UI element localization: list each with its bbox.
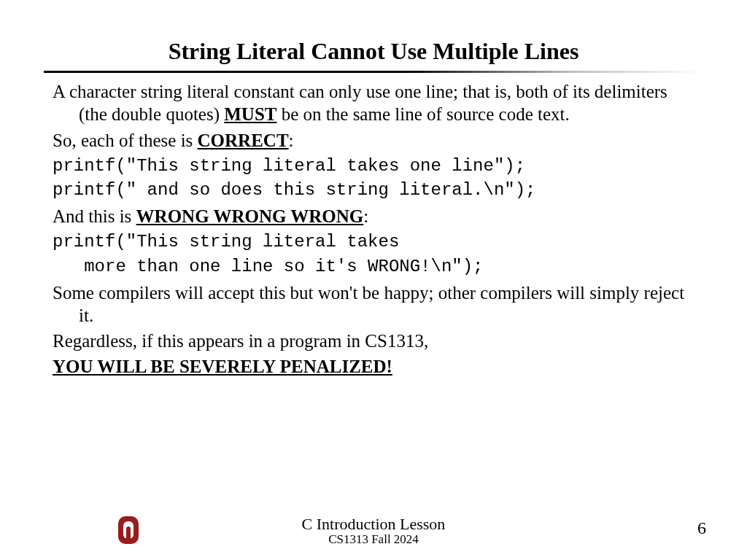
p1-text-b: be on the same line of source code text. bbox=[277, 104, 570, 124]
code-line-4: more than one line so it's WRONG!\n"); bbox=[53, 255, 694, 279]
paragraph-3: And this is WRONG WRONG WRONG: bbox=[53, 205, 694, 228]
footer-course: CS1313 Fall 2024 bbox=[0, 532, 747, 547]
paragraph-2: So, each of these is CORRECT: bbox=[53, 129, 694, 152]
paragraph-1: A character string literal constant can … bbox=[53, 80, 694, 126]
p2-text-a: So, each of these is bbox=[53, 131, 198, 150]
paragraph-6-warning: YOU WILL BE SEVERELY PENALIZED! bbox=[53, 355, 694, 378]
paragraph-5: Regardless, if this appears in a program… bbox=[53, 330, 694, 352]
code-line-1: printf("This string literal takes one li… bbox=[53, 155, 694, 178]
p1-emphasis: MUST bbox=[224, 104, 276, 124]
p3-text-b: : bbox=[363, 206, 368, 226]
code-line-3: printf("This string literal takes bbox=[53, 230, 694, 254]
p2-text-b: : bbox=[289, 131, 294, 150]
code-line-2: printf(" and so does this string literal… bbox=[53, 179, 694, 202]
title-underline bbox=[44, 71, 703, 73]
page-number: 6 bbox=[697, 518, 706, 538]
paragraph-4: Some compilers will accept this but won'… bbox=[53, 281, 694, 327]
p2-emphasis: CORRECT bbox=[198, 131, 289, 150]
p3-text-a: And this is bbox=[53, 206, 136, 226]
slide-title: String Literal Cannot Use Multiple Lines bbox=[0, 0, 747, 71]
footer: C Introduction Lesson CS1313 Fall 2024 bbox=[0, 516, 747, 547]
slide-body: A character string literal constant can … bbox=[0, 80, 747, 378]
p3-emphasis: WRONG WRONG WRONG bbox=[136, 206, 364, 226]
footer-lesson: C Introduction Lesson bbox=[0, 516, 747, 532]
slide: String Literal Cannot Use Multiple Lines… bbox=[0, 0, 747, 560]
